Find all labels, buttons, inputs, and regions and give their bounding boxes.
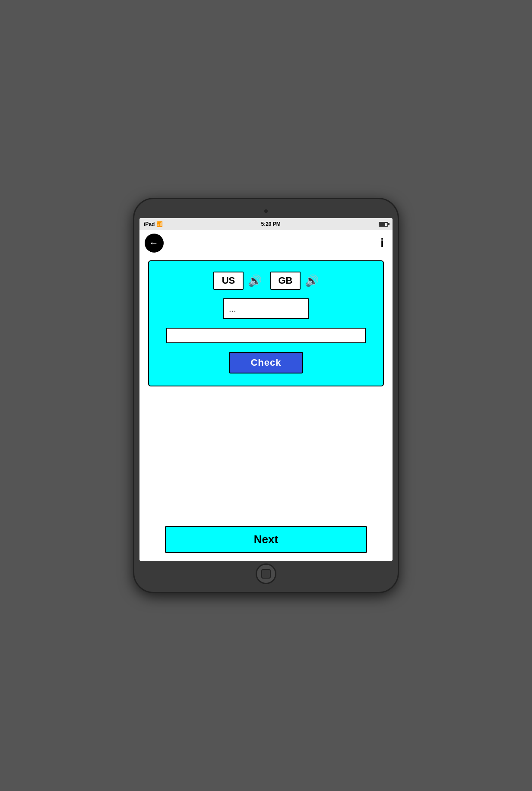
gb-lang-group: GB 🔊 [270, 272, 319, 290]
gb-lang-box[interactable]: GB [270, 272, 301, 290]
device-bottom-bar [139, 561, 393, 587]
card-area: US 🔊 GB 🔊 ... C [139, 256, 393, 526]
app-content: ← i US 🔊 GB 🔊 [139, 230, 393, 561]
home-button[interactable] [256, 563, 276, 584]
device-top-bar [139, 204, 393, 218]
status-left: iPad 📶 [144, 221, 163, 227]
word-display: ... [223, 298, 309, 319]
nav-bar: ← i [139, 230, 393, 256]
us-lang-group: US 🔊 [213, 272, 262, 290]
status-right [379, 222, 388, 227]
back-button[interactable]: ← [145, 234, 164, 253]
next-button[interactable]: Next [165, 526, 367, 553]
check-button[interactable]: Check [229, 352, 303, 373]
word-text: ... [229, 304, 236, 314]
device-screen: iPad 📶 5:20 PM ← i [139, 218, 393, 561]
device-label: iPad [144, 221, 155, 227]
wifi-icon: 📶 [156, 221, 163, 227]
status-time: 5:20 PM [261, 221, 280, 227]
answer-input[interactable] [166, 328, 366, 343]
camera-dot [264, 209, 268, 213]
status-bar: iPad 📶 5:20 PM [139, 218, 393, 230]
us-speaker-icon[interactable]: 🔊 [248, 274, 262, 288]
battery-icon [379, 222, 388, 227]
cyan-card: US 🔊 GB 🔊 ... C [148, 260, 384, 386]
device-frame: iPad 📶 5:20 PM ← i [133, 198, 399, 593]
pronunciation-row: US 🔊 GB 🔊 [158, 272, 374, 290]
battery-fill [380, 223, 385, 226]
info-button[interactable]: i [377, 234, 387, 252]
back-arrow-icon: ← [149, 238, 158, 248]
home-button-inner [261, 569, 271, 579]
us-lang-box[interactable]: US [213, 272, 244, 290]
gb-speaker-icon[interactable]: 🔊 [305, 274, 319, 288]
bottom-area: Next [139, 526, 393, 561]
